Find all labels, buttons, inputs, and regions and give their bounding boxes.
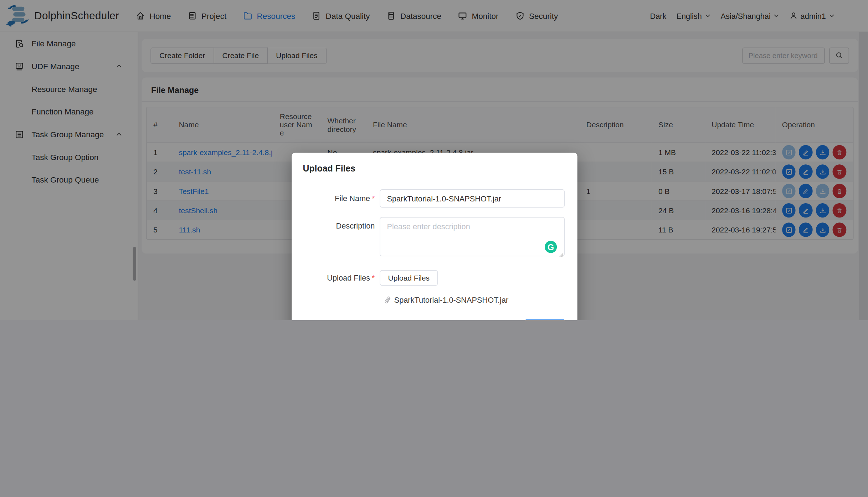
file-name-label: File Name* bbox=[292, 189, 375, 203]
modal-title: Upload Files bbox=[292, 153, 577, 174]
paperclip-icon bbox=[384, 296, 391, 304]
upload-files-label: Upload Files* bbox=[292, 273, 375, 282]
attached-file[interactable]: SparkTutorial-1.0-SNAPSHOT.jar bbox=[384, 296, 577, 304]
description-textarea[interactable] bbox=[380, 217, 565, 256]
file-name-input[interactable] bbox=[380, 189, 565, 207]
grammarly-icon[interactable]: G bbox=[545, 241, 557, 253]
textarea-resize-handle[interactable] bbox=[559, 252, 564, 257]
attached-file-name: SparkTutorial-1.0-SNAPSHOT.jar bbox=[394, 296, 509, 304]
confirm-button[interactable]: Confirm bbox=[525, 319, 565, 320]
required-asterisk: * bbox=[372, 273, 375, 282]
app-root: DolphinScheduler Home Project Resources bbox=[0, 0, 868, 320]
description-label: Description bbox=[292, 217, 375, 230]
modal-upload-files-button[interactable]: Upload Files bbox=[380, 270, 438, 286]
modal-footer: Cancel Confirm bbox=[484, 319, 565, 320]
upload-files-modal: Upload Files File Name* Description G bbox=[292, 153, 577, 320]
required-asterisk: * bbox=[372, 194, 375, 203]
